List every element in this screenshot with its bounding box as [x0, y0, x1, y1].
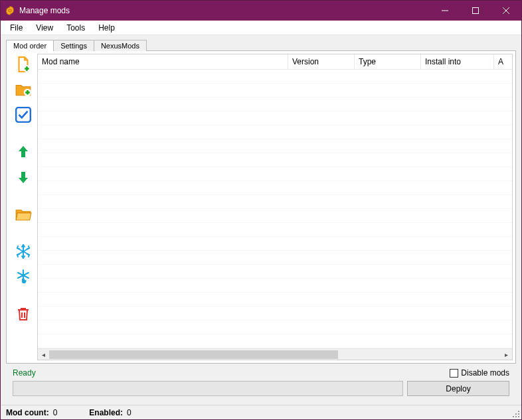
scroll-thumb[interactable]: [49, 350, 338, 359]
maximize-button[interactable]: [460, 1, 491, 21]
add-folder-button[interactable]: [14, 80, 33, 99]
deploy-button[interactable]: Deploy: [407, 381, 509, 396]
menu-help[interactable]: Help: [92, 22, 122, 34]
tab-settings[interactable]: Settings: [53, 40, 94, 51]
tabs: Mod order Settings NexusMods: [6, 38, 516, 51]
horizontal-scrollbar[interactable]: ◂ ▸: [38, 348, 512, 360]
svg-rect-16: [515, 413, 517, 415]
svg-rect-15: [518, 413, 519, 415]
menu-view[interactable]: View: [29, 22, 60, 34]
freeze-hand-button[interactable]: [14, 267, 33, 286]
resize-grip-icon[interactable]: [512, 410, 520, 418]
column-version[interactable]: Version: [288, 54, 355, 69]
column-install-into[interactable]: Install into: [421, 54, 494, 69]
progress-bar: [13, 381, 403, 396]
titlebar: Manage mods: [1, 1, 521, 21]
move-up-button[interactable]: [14, 143, 33, 161]
menu-file[interactable]: File: [3, 22, 29, 34]
freeze-button[interactable]: [14, 242, 33, 261]
table-header: Mod name Version Type Install into A: [38, 54, 512, 70]
status-bar: Mod count: 0 Enabled: 0: [1, 405, 521, 419]
scroll-right-button[interactable]: ▸: [501, 349, 512, 360]
disable-mods-checkbox[interactable]: Disable mods: [450, 368, 509, 378]
close-button[interactable]: [491, 1, 521, 21]
svg-rect-2: [473, 8, 479, 14]
minimize-button[interactable]: [430, 1, 460, 21]
tab-panel-mod-order: Mod name Version Type Install into A ◂ ▸: [6, 50, 516, 364]
menu-tools[interactable]: Tools: [60, 22, 92, 34]
mod-table: Mod name Version Type Install into A ◂ ▸: [37, 54, 513, 360]
tab-nexusmods[interactable]: NexusMods: [94, 40, 147, 51]
enabled-label: Enabled:: [89, 408, 123, 417]
svg-rect-18: [515, 416, 517, 417]
move-down-button[interactable]: [14, 168, 33, 186]
tab-mod-order[interactable]: Mod order: [6, 40, 54, 51]
add-file-button[interactable]: [14, 55, 33, 74]
column-type[interactable]: Type: [355, 54, 421, 69]
menubar: File View Tools Help: [1, 21, 521, 35]
mod-count-value: 0: [53, 408, 58, 417]
open-folder-button[interactable]: [14, 205, 33, 224]
table-body[interactable]: [38, 70, 512, 348]
status-ready: Ready: [13, 368, 36, 378]
window-controls: [430, 1, 521, 21]
window-title: Manage mods: [19, 6, 430, 15]
mod-count-label: Mod count:: [6, 408, 49, 417]
column-mod-name[interactable]: Mod name: [38, 54, 288, 69]
delete-button[interactable]: [14, 305, 33, 323]
checkbox-button[interactable]: [14, 105, 33, 124]
side-toolbar: [9, 54, 37, 360]
enabled-value: 0: [127, 408, 131, 417]
disable-mods-label: Disable mods: [461, 368, 509, 378]
checkbox-icon: [450, 369, 458, 378]
column-a[interactable]: A: [494, 54, 512, 69]
svg-rect-19: [513, 416, 514, 417]
app-icon: [5, 5, 15, 16]
svg-rect-17: [518, 416, 519, 417]
scroll-track[interactable]: [49, 350, 501, 360]
status-area: Ready Disable mods Deploy: [6, 364, 516, 396]
scroll-left-button[interactable]: ◂: [38, 349, 49, 360]
svg-rect-14: [518, 411, 519, 412]
